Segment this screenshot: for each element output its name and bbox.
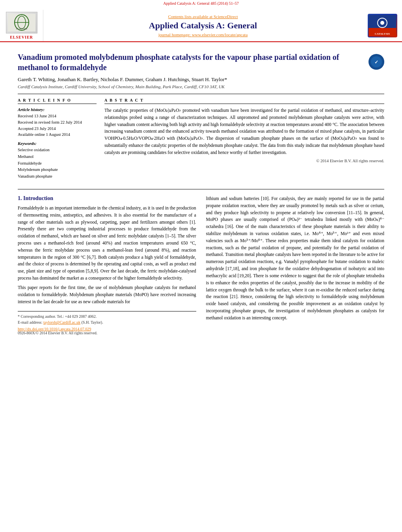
received-date: Received 13 June 2014 — [18, 113, 97, 119]
keywords-list: Selective oxidation Methanol Formaldehyd… — [18, 147, 97, 180]
keyword-1: Selective oxidation — [18, 147, 97, 154]
homepage-url[interactable]: www.elsevier.com/locate/apcata — [192, 32, 248, 37]
svg-rect-7 — [368, 28, 396, 30]
intro-paragraph-2: This paper reports for the first time, t… — [18, 284, 196, 305]
keyword-4: Molybdenum phosphate — [18, 167, 97, 173]
page: Applied Catalysis A: General 485 (2014) … — [0, 0, 402, 532]
article-info-abstract: A R T I C L E I N F O Article history: R… — [18, 98, 384, 183]
elsevier-logo-block: ELSEVIER ELSEVIER — [0, 10, 43, 41]
email-line: E-mail address: taylorsh@Cardiff.ac.uk (… — [18, 319, 196, 325]
sciencedirect-link-text[interactable]: ScienceDirect — [214, 14, 238, 19]
issn-line: 0926-860X/© 2014 Elsevier B.V. All right… — [18, 331, 196, 335]
abstract-label: A B S T R A C T — [104, 98, 384, 104]
separator-1 — [18, 94, 384, 94]
keywords-group: Keywords: Selective oxidation Methanol F… — [18, 141, 97, 180]
svg-text:✓: ✓ — [374, 59, 378, 65]
keyword-2: Methanol — [18, 154, 97, 160]
journal-ref-line: Applied Catalysis A: General 485 (2014) … — [0, 0, 402, 7]
elsevier-logo-image: ELSEVIER — [6, 12, 37, 33]
article-info-label: A R T I C L E I N F O — [18, 98, 97, 104]
abstract-paragraph: The catalytic properties of (MoO₂)₂P₂O₇ … — [104, 107, 384, 156]
intro-heading: 1. Introduction — [18, 195, 196, 202]
available-date: Available online 1 August 2014 — [18, 132, 97, 138]
article-info-col: A R T I C L E I N F O Article history: R… — [18, 98, 97, 183]
elsevier-label: ELSEVIER — [10, 35, 33, 39]
intro-paragraph-1: Formaldehyde is an important intermediat… — [18, 205, 196, 282]
journal-homepage: journal homepage: www.elsevier.com/locat… — [158, 32, 248, 37]
keywords-title: Keywords: — [18, 141, 97, 146]
crossmark-icon[interactable]: ✓ — [368, 54, 384, 70]
journal-title: Applied Catalysis A: General — [149, 20, 257, 31]
svg-text:CATALYSIS: CATALYSIS — [375, 32, 390, 35]
received-revised-date: Received in revised form 22 July 2014 — [18, 119, 97, 126]
body-left-col: 1. Introduction Formaldehyde is an impor… — [18, 195, 196, 335]
svg-point-9 — [380, 21, 384, 25]
abstract-text: The catalytic properties of (MoO₂)₂P₂O₇ … — [104, 107, 384, 156]
corresponding-author: * Corresponding author. Tel.: +44 029 20… — [18, 313, 196, 319]
svg-text:ELSEVIER: ELSEVIER — [16, 28, 27, 30]
copyright: © 2014 Elsevier B.V. All rights reserved… — [104, 159, 384, 163]
body-right-col: lithium and sodium batteries [10]. For c… — [206, 195, 385, 335]
affiliation: Cardiff Catalysis Institute, Cardiff Uni… — [18, 84, 384, 89]
doi-link[interactable]: http://dx.doi.org/10.1016/j.apcata.2014.… — [18, 327, 196, 331]
email-link[interactable]: taylorsh@Cardiff.ac.uk — [43, 320, 80, 324]
journal-header: ELSEVIER ELSEVIER Contents lists availab… — [0, 7, 402, 42]
article-title: Vanadium promoted molybdenum phosphate c… — [18, 52, 363, 72]
journal-ref: Applied Catalysis A: General 485 (2014) … — [163, 1, 239, 6]
body-separator — [18, 189, 384, 189]
article-history-group: Article history: Received 13 June 2014 R… — [18, 107, 97, 138]
sciencedirect-line: Contents lists available at ScienceDirec… — [168, 14, 238, 19]
right-paragraph-1: lithium and sodium batteries [10]. For c… — [206, 195, 385, 322]
journal-center-block: Contents lists available at ScienceDirec… — [43, 10, 363, 41]
article-content: Vanadium promoted molybdenum phosphate c… — [0, 42, 402, 343]
article-history-title: Article history: — [18, 107, 97, 112]
catalysis-logo-image: CATALYSIS — [368, 14, 397, 37]
accepted-date: Accepted 23 July 2014 — [18, 126, 97, 132]
body-two-col: 1. Introduction Formaldehyde is an impor… — [18, 195, 384, 335]
catalysis-logo-block: CATALYSIS — [363, 10, 402, 41]
abstract-col: A B S T R A C T The catalytic properties… — [104, 98, 384, 183]
article-title-row: Vanadium promoted molybdenum phosphate c… — [18, 52, 384, 72]
keyword-3: Formaldehyde — [18, 160, 97, 167]
footnote-area: * Corresponding author. Tel.: +44 029 20… — [18, 311, 196, 335]
authors: Gareth T. Whiting, Jonathan K. Bartley, … — [18, 76, 384, 83]
keyword-5: Vanadium phosphate — [18, 173, 97, 180]
